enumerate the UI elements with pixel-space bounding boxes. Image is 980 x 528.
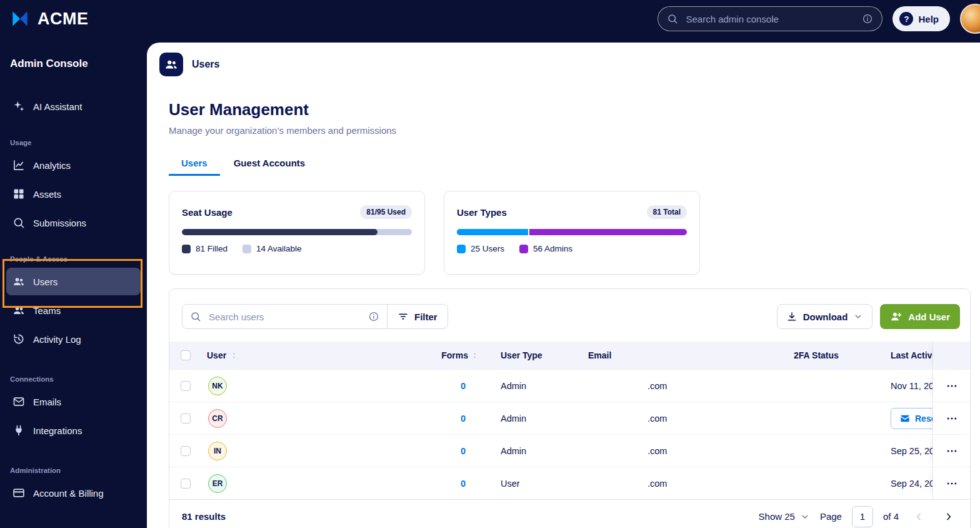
download-icon <box>786 311 798 322</box>
help-button[interactable]: ? Help <box>892 6 950 31</box>
sidebar-item-submissions[interactable]: Submissions <box>6 209 141 236</box>
sidebar-item-emails[interactable]: Emails <box>6 388 141 415</box>
legend-filled-label: 81 Filled <box>196 244 228 253</box>
email-cell: .com <box>582 479 788 489</box>
user-type-cell: Admin <box>482 414 582 424</box>
row-checkbox[interactable] <box>181 446 191 456</box>
sidebar-item-label: Account & Billing <box>33 488 104 499</box>
filter-button[interactable]: Filter <box>388 305 448 328</box>
page-of-label: of 4 <box>883 511 899 522</box>
admin-search-input[interactable] <box>684 13 856 25</box>
chevron-right-icon <box>943 511 954 522</box>
legend-admins-label: 56 Admins <box>533 244 572 253</box>
show-per-page-select[interactable]: Show 25 <box>759 511 810 522</box>
avatar: CR <box>208 409 227 428</box>
sidebar-item-analytics[interactable]: Analytics <box>6 151 141 179</box>
filled-swatch <box>182 245 191 253</box>
forms-count[interactable]: 0 <box>461 381 466 391</box>
avatar: ER <box>208 474 227 493</box>
sidebar-item-ai-assistant[interactable]: AI Assistant <box>6 93 141 120</box>
more-actions-icon <box>946 380 958 392</box>
header-forms: Forms <box>441 350 468 360</box>
help-label: Help <box>918 14 939 24</box>
forms-count[interactable]: 0 <box>461 479 466 489</box>
download-button[interactable]: Download <box>777 304 873 329</box>
users-page-icon <box>159 53 183 76</box>
email-cell: .com <box>582 381 788 391</box>
show-per-page-label: Show 25 <box>759 511 795 522</box>
activity-log-icon <box>12 333 25 345</box>
page-title: User Management <box>169 100 971 119</box>
sidebar-section-usage: Usage <box>10 139 137 146</box>
legend-users-label: 25 Users <box>471 244 504 253</box>
sidebar-item-label: Activity Log <box>33 334 81 345</box>
next-page-button[interactable] <box>939 507 959 527</box>
users-icon <box>164 58 178 71</box>
users-icon <box>12 275 25 288</box>
legend-users: 25 Users <box>457 244 504 253</box>
help-icon: ? <box>899 12 913 26</box>
integrations-icon <box>12 424 25 437</box>
info-icon[interactable] <box>862 13 873 24</box>
table-row: ER 0 User .com Sep 24, 202 <box>169 467 970 499</box>
seat-usage-badge: 81/95 Used <box>360 205 412 219</box>
header-user-type: User Type <box>482 350 582 360</box>
email-cell: .com <box>582 414 788 424</box>
add-user-button[interactable]: Add User <box>880 304 960 329</box>
row-checkbox[interactable] <box>181 414 191 424</box>
row-checkbox[interactable] <box>181 381 191 391</box>
forms-count[interactable]: 0 <box>461 414 466 424</box>
admins-swatch <box>519 245 528 253</box>
acme-logo-icon <box>9 8 31 30</box>
sidebar-item-activity-log[interactable]: Activity Log <box>6 325 141 353</box>
header-email: Email <box>582 350 788 360</box>
user-avatar[interactable] <box>960 4 980 34</box>
page-number-input[interactable] <box>852 506 873 527</box>
submissions-icon <box>12 216 25 229</box>
users-swatch <box>457 245 466 253</box>
types-progress-users <box>457 229 528 235</box>
chevron-left-icon <box>913 511 924 522</box>
sidebar-item-account-billing[interactable]: Account & Billing <box>6 479 141 507</box>
chevron-down-icon <box>853 312 863 322</box>
sidebar-item-label: Users <box>33 277 58 287</box>
forms-count[interactable]: 0 <box>461 446 466 456</box>
more-actions-button[interactable] <box>942 376 962 396</box>
header-actions-cell <box>932 342 970 369</box>
avatar: IN <box>208 442 227 460</box>
more-actions-button[interactable] <box>942 441 962 461</box>
more-actions-icon <box>946 445 958 457</box>
sidebar-title: Admin Console <box>10 58 137 70</box>
more-actions-icon <box>946 412 958 425</box>
sort-icon[interactable] <box>471 352 479 360</box>
user-types-badge: 81 Total <box>647 205 687 219</box>
select-all-checkbox[interactable] <box>181 350 191 360</box>
tab-guest-accounts[interactable]: Guest Accounts <box>221 152 318 176</box>
sidebar-item-label: AI Assistant <box>33 101 82 112</box>
sidebar-item-label: Analytics <box>33 160 71 171</box>
table-row: CR 0 Admin .com Resend <box>169 402 970 434</box>
row-checkbox[interactable] <box>181 479 191 489</box>
more-actions-button[interactable] <box>942 409 962 429</box>
info-icon[interactable] <box>368 311 379 322</box>
more-actions-button[interactable] <box>942 474 962 494</box>
acme-logo[interactable]: ACME <box>9 8 89 30</box>
admin-search <box>658 6 882 31</box>
users-search-input[interactable] <box>208 311 362 323</box>
sidebar-item-label: Submissions <box>33 218 86 228</box>
main-panel: Users User Management Manage your organi… <box>147 43 980 528</box>
download-label: Download <box>803 312 848 322</box>
sidebar-item-assets[interactable]: Assets <box>6 180 141 208</box>
assets-icon <box>12 188 25 200</box>
sidebar-item-teams[interactable]: Teams <box>6 297 141 324</box>
sort-icon[interactable] <box>230 352 238 360</box>
sidebar-item-integrations[interactable]: Integrations <box>6 417 141 444</box>
sidebar: Admin Console AI Assistant Usage Analyti… <box>0 38 147 528</box>
sidebar-item-label: Teams <box>33 305 61 316</box>
available-swatch <box>242 245 251 253</box>
previous-page-button[interactable] <box>909 507 929 527</box>
users-table: Filter Download <box>169 288 971 528</box>
legend-available: 14 Available <box>242 244 302 253</box>
sidebar-item-users[interactable]: Users <box>6 268 141 295</box>
tab-users[interactable]: Users <box>169 152 220 176</box>
